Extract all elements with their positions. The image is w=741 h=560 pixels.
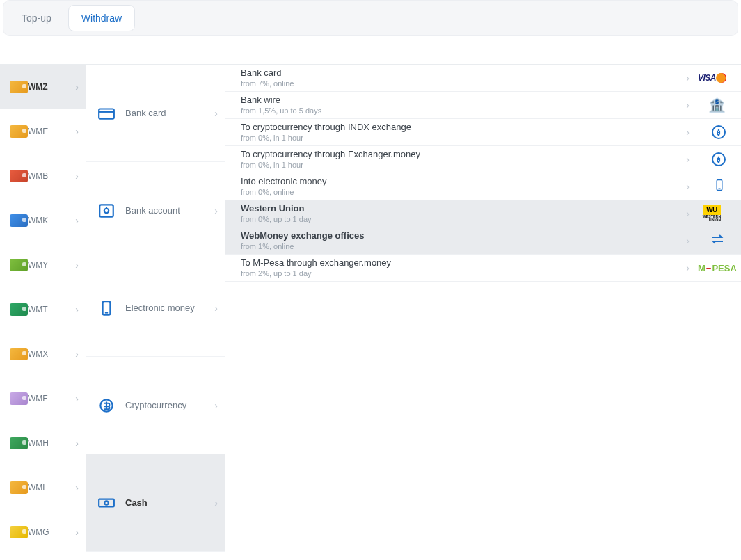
chevron-right-icon: › [75,349,79,360]
category-label: Cryptocurrency [125,400,186,410]
currency-code: WMG [28,527,49,537]
chevron-right-icon: › [214,497,218,509]
wallet-icon [10,125,28,138]
category-item-bankcard[interactable]: Bank card› [86,65,225,162]
svg-point-9 [104,501,108,504]
chevron-right-icon: › [686,99,690,111]
category-item-bankacct[interactable]: Bank account› [86,162,225,259]
category-item-crypto[interactable]: Cryptocurrency› [86,357,225,454]
currency-item-wmg[interactable]: WMG› [0,510,86,554]
method-subtitle: from 0%, online [241,187,686,197]
phone-icon [97,299,115,317]
chevron-right-icon: › [686,127,690,138]
methods-list: Bank cardfrom 7%, online›VISABank wirefr… [225,65,741,558]
wallet-icon [10,170,28,182]
wallet-icon [10,348,28,360]
method-title: Bank wire [241,95,686,106]
chevron-right-icon: › [75,215,79,226]
method-row[interactable]: Western Unionfrom 0%, up to 1 day›WUWEST… [225,200,741,227]
currency-code: WMB [28,171,48,181]
method-subtitle: from 0%, up to 1 day [241,214,686,224]
method-title: Bank card [241,67,686,79]
method-subtitle: from 2%, up to 1 day [241,269,686,278]
currency-code: WML [28,483,47,493]
svg-rect-2 [99,205,113,216]
method-row[interactable]: WebMoney exchange officesfrom 1%, online… [225,227,741,255]
crypto-icon: ₿ [712,152,726,166]
category-item-cash[interactable]: Cash› [86,454,225,552]
method-subtitle: from 7%, online [241,79,686,88]
method-subtitle: from 1%, online [241,241,686,251]
currency-item-wmb[interactable]: WMB› [0,154,86,198]
method-subtitle: from 0%, in 1 hour [241,133,686,143]
chevron-right-icon: › [75,259,79,271]
tab-withdraw[interactable]: Withdraw [68,5,135,31]
method-row[interactable]: Into electronic moneyfrom 0%, online› [225,173,741,200]
category-sidebar: Bank card›Bank account›Electronic money›… [86,65,225,558]
currency-item-wmy[interactable]: WMY› [0,243,86,287]
method-title: Western Union [241,203,686,214]
category-label: Cash [125,497,148,508]
category-item-emoney[interactable]: Electronic money› [86,259,225,357]
svg-point-3 [104,208,109,213]
method-subtitle: from 1,5%, up to 5 days [241,106,686,115]
chevron-right-icon: › [686,262,690,273]
chevron-right-icon: › [75,527,79,538]
safe-icon [97,202,115,220]
chevron-right-icon: › [75,438,79,449]
card-icon [97,104,115,122]
chevron-right-icon: › [214,108,218,119]
chevron-right-icon: › [75,482,79,493]
currency-item-wmx[interactable]: WMX› [0,332,86,376]
chevron-right-icon: › [686,208,690,219]
method-row[interactable]: To cryptocurrency through INDX exchangef… [225,119,741,146]
wallet-icon [10,214,28,227]
method-row[interactable]: Bank cardfrom 7%, online›VISA [225,65,741,92]
currency-item-wml[interactable]: WML› [0,465,86,510]
chevron-right-icon: › [214,303,218,314]
wallet-icon [10,303,28,316]
currency-code: WMX [28,349,48,359]
currency-item-wme[interactable]: WME› [0,109,86,154]
method-row[interactable]: Bank wirefrom 1,5%, up to 5 days›🏦 [225,92,741,119]
currency-code: WME [28,127,48,136]
visa-mastercard-icon: VISA [698,73,726,83]
currency-item-wmh[interactable]: WMH› [0,421,86,465]
phone-icon [713,182,726,195]
chevron-right-icon: › [75,126,79,137]
currency-code: WMH [28,438,49,448]
chevron-right-icon: › [214,400,218,411]
category-label: Bank account [125,205,180,216]
currency-code: WMT [28,305,48,314]
method-title: Into electronic money [241,176,686,187]
wallet-icon [10,481,28,494]
chevron-right-icon: › [75,81,79,93]
wallet-icon [10,437,28,449]
method-title: To cryptocurrency through Exchanger.mone… [241,149,686,160]
currency-code: WMK [28,216,48,225]
wallet-icon [10,81,28,93]
western-union-icon: WUWESTERNUNION [698,205,726,222]
currency-code: WMY [28,260,48,270]
method-title: To M-Pesa through exchanger.money [241,257,686,269]
currency-item-wmt[interactable]: WMT› [0,287,86,332]
svg-rect-0 [99,109,114,118]
chevron-right-icon: › [686,154,690,165]
category-label: Bank card [125,108,166,118]
chevron-right-icon: › [75,304,79,315]
chevron-right-icon: › [686,181,690,192]
tab-bar: Top-up Withdraw [3,0,738,36]
chevron-right-icon: › [75,393,79,404]
currency-item-wmk[interactable]: WMK› [0,198,86,243]
currency-item-wmf[interactable]: WMF› [0,376,86,421]
currency-sidebar: WMZ›WME›WMB›WMK›WMY›WMT›WMX›WMF›WMH›WML›… [0,65,86,558]
currency-item-wmz[interactable]: WMZ› [0,65,86,109]
chevron-right-icon: › [214,205,218,216]
tab-topup[interactable]: Top-up [9,6,64,31]
crypto-icon [97,397,115,415]
method-row[interactable]: To M-Pesa through exchanger.moneyfrom 2%… [225,255,741,282]
chevron-right-icon: › [686,72,690,83]
chevron-right-icon: › [75,170,79,182]
currency-code: WMF [28,394,48,403]
method-row[interactable]: To cryptocurrency through Exchanger.mone… [225,146,741,173]
